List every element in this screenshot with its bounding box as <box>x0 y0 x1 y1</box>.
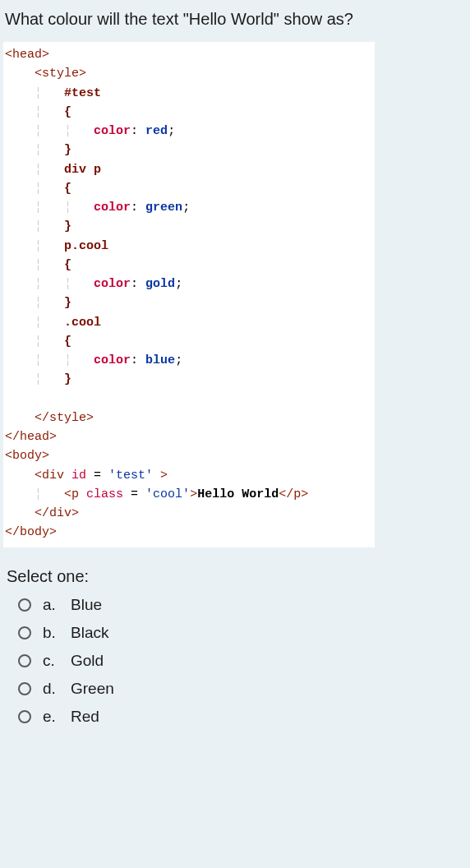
indent-guide: ¦ <box>35 143 42 157</box>
indent-guide: ¦ <box>35 201 42 215</box>
code-brace: } <box>64 296 71 310</box>
code-semi: ; <box>175 353 182 367</box>
code-str: 'test' <box>108 469 153 482</box>
code-brace: { <box>64 335 71 349</box>
code-brace: } <box>64 143 71 157</box>
code-sel2: div p <box>64 163 101 177</box>
indent-guide: ¦ <box>35 239 42 253</box>
code-semi: ; <box>175 277 182 291</box>
option-b[interactable]: b. Black <box>18 624 467 642</box>
code-div-close: </div> <box>35 506 79 520</box>
code-str: 'cool' <box>145 487 190 501</box>
code-colon: : <box>131 201 145 215</box>
code-sel1: #test <box>64 86 101 100</box>
indent-guide: ¦ <box>64 353 71 367</box>
option-e[interactable]: e. Red <box>18 708 467 726</box>
radio-icon <box>18 598 31 612</box>
radio-icon <box>18 654 31 667</box>
code-body-open: <body> <box>5 449 49 463</box>
code-brace: { <box>64 105 71 119</box>
code-head-close: </head> <box>5 430 57 444</box>
indent-guide: ¦ <box>35 487 42 501</box>
code-div-open-post: > <box>160 469 168 482</box>
code-sel4: .cool <box>64 316 101 330</box>
indent-guide: ¦ <box>35 335 42 349</box>
option-letter: d. <box>43 680 71 698</box>
code-brace: { <box>64 182 71 196</box>
option-letter: b. <box>43 624 71 642</box>
indent-guide: ¦ <box>35 182 42 196</box>
indent-guide: ¦ <box>35 372 42 386</box>
code-semi: ; <box>182 201 190 215</box>
code-brace: } <box>64 219 71 233</box>
code-val: blue <box>145 353 175 367</box>
code-prop: color <box>94 353 131 367</box>
code-colon: : <box>131 353 145 367</box>
radio-icon <box>18 682 31 695</box>
indent-guide: ¦ <box>64 124 71 138</box>
option-label: Black <box>71 624 108 642</box>
code-prop: color <box>94 277 131 291</box>
option-c[interactable]: c. Gold <box>18 652 467 670</box>
indent-guide: ¦ <box>35 296 42 310</box>
option-label: Green <box>71 680 114 698</box>
code-attr: class <box>86 487 123 501</box>
options-list: a. Blue b. Black c. Gold d. Green e. Red <box>18 596 467 726</box>
indent-guide: ¦ <box>35 353 42 367</box>
code-body-close: </body> <box>5 525 57 539</box>
code-prop: color <box>94 201 131 215</box>
radio-icon <box>18 626 31 639</box>
option-a[interactable]: a. Blue <box>18 596 467 614</box>
code-p-open-post: > <box>190 487 197 501</box>
code-style-open: <style> <box>35 67 86 81</box>
code-attr: id <box>71 469 86 482</box>
question-text: What colour will the text "Hello World" … <box>5 8 465 30</box>
indent-guide: ¦ <box>35 258 42 272</box>
code-eq: = <box>123 487 145 501</box>
code-p-text: Hello World <box>197 487 279 501</box>
indent-guide: ¦ <box>35 219 42 233</box>
code-block: <head> <style> ¦ #test ¦ { ¦ ¦ color: re… <box>3 42 375 547</box>
code-colon: : <box>131 124 145 138</box>
code-brace: } <box>64 372 71 386</box>
code-prop: color <box>94 124 131 138</box>
code-colon: : <box>131 277 145 291</box>
option-label: Gold <box>71 652 104 670</box>
code-semi: ; <box>168 124 175 138</box>
code-val: green <box>145 201 182 215</box>
option-letter: e. <box>43 708 71 726</box>
indent-guide: ¦ <box>35 316 42 330</box>
code-sel3: p.cool <box>64 239 108 253</box>
code-p-close: </p> <box>279 487 308 501</box>
code-div-open-pre: <div <box>35 469 64 482</box>
code-val: red <box>145 124 168 138</box>
indent-guide: ¦ <box>35 105 42 119</box>
indent-guide: ¦ <box>35 124 42 138</box>
option-label: Red <box>71 708 99 726</box>
code-p-open-pre: <p <box>64 487 79 501</box>
radio-icon <box>18 710 31 723</box>
code-head-open: <head> <box>5 48 49 62</box>
option-label: Blue <box>71 596 102 614</box>
indent-guide: ¦ <box>64 201 71 215</box>
code-eq: = <box>86 469 108 482</box>
indent-guide: ¦ <box>35 277 42 291</box>
option-d[interactable]: d. Green <box>18 680 467 698</box>
indent-guide: ¦ <box>35 86 42 100</box>
option-letter: a. <box>43 596 71 614</box>
indent-guide: ¦ <box>64 277 71 291</box>
question-container: What colour will the text "Hello World" … <box>0 0 470 752</box>
code-val: gold <box>145 277 175 291</box>
indent-guide: ¦ <box>35 163 42 177</box>
code-style-close: </style> <box>35 411 94 425</box>
code-brace: { <box>64 258 71 272</box>
option-letter: c. <box>43 652 71 670</box>
select-one-label: Select one: <box>7 567 467 586</box>
